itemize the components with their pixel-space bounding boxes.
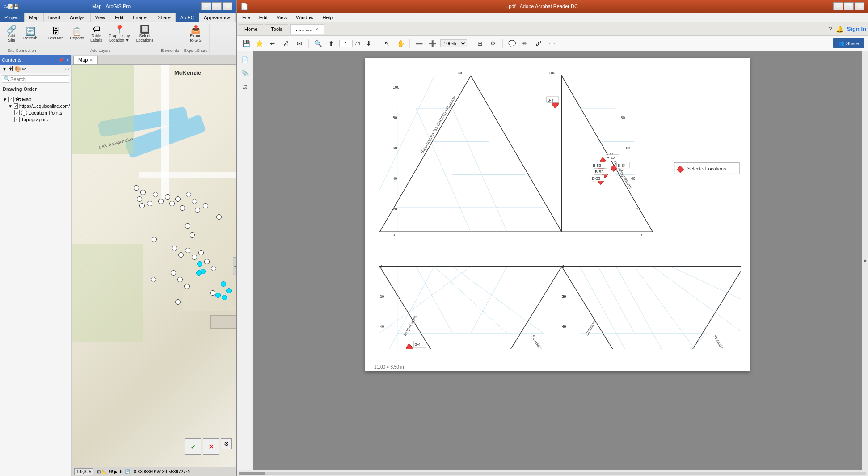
scale-selector[interactable]: 1:9,325: [74, 468, 93, 475]
loc-dot-30[interactable]: [171, 270, 176, 276]
loc-dot-1[interactable]: [134, 185, 139, 191]
contents-pin-icon[interactable]: 📌: [59, 58, 64, 63]
pdf-sign-btn[interactable]: 🖊: [533, 38, 544, 49]
pdf-sidebar-layers-btn[interactable]: 🗂: [239, 81, 251, 92]
pdf-tab-doc-close[interactable]: ✕: [315, 27, 319, 32]
pdf-prev-page-btn[interactable]: ⬆: [326, 38, 337, 49]
pdf-help-icon[interactable]: ?: [829, 26, 832, 33]
pdf-sidebar-page-btn[interactable]: 📄: [239, 54, 251, 65]
settings-btn[interactable]: ⚙: [221, 438, 232, 449]
pdf-more-btn[interactable]: ⋯: [547, 38, 557, 49]
pdf-next-page-btn[interactable]: ⬇: [363, 38, 374, 49]
pdf-back-btn[interactable]: ↩: [267, 38, 278, 49]
ribbon-tab-appearance[interactable]: Appearance: [199, 13, 235, 22]
table-labels-btn[interactable]: 🏷 TableLabels: [88, 24, 105, 43]
equisonline-checkbox[interactable]: [14, 103, 18, 109]
filter-icon[interactable]: ▼: [2, 66, 7, 72]
map-tab[interactable]: Map ✕: [73, 56, 98, 64]
layer-map[interactable]: ▼ 🗺 Map: [2, 96, 69, 103]
pdf-close-btn[interactable]: ✕: [855, 2, 864, 10]
search-input[interactable]: [10, 76, 51, 82]
loc-dot-27[interactable]: [204, 259, 210, 264]
pdf-save-btn[interactable]: 💾: [240, 38, 251, 49]
pdf-zoom-select[interactable]: 100% 75% 125% 150%: [440, 39, 467, 47]
pdf-sidebar-attach-btn[interactable]: 📎: [239, 67, 251, 79]
loc-dot-16[interactable]: [216, 214, 222, 220]
loc-dot-sel-1[interactable]: [197, 261, 202, 267]
loc-dot-sel-7[interactable]: [215, 293, 221, 298]
pdf-bookmark-btn[interactable]: ⭐: [254, 38, 265, 49]
layer-topographic[interactable]: Topographic: [2, 116, 69, 123]
loc-dot-29[interactable]: [151, 277, 156, 282]
pdf-print-btn[interactable]: 🖨: [281, 38, 291, 49]
pdf-zoom-out-btn[interactable]: 🔍: [312, 38, 323, 49]
pdf-rotate-btn[interactable]: ⟳: [488, 38, 499, 49]
ribbon-tab-arceq[interactable]: ArcEQ: [176, 13, 199, 22]
loc-dot-sel-3[interactable]: [196, 270, 202, 276]
pdf-fit-btn[interactable]: ⊞: [475, 38, 485, 49]
pdf-menu-view[interactable]: View: [275, 14, 289, 21]
loc-dot-13[interactable]: [192, 199, 197, 204]
export-to-gis-btn[interactable]: 📤 Exportto GIS: [187, 24, 204, 43]
loc-dot-14[interactable]: [195, 208, 200, 213]
pencil-icon[interactable]: ✏: [22, 66, 26, 72]
loc-dot-8[interactable]: [165, 194, 170, 200]
ribbon-tab-share[interactable]: Share: [153, 13, 176, 22]
pdf-menu-file[interactable]: File: [240, 14, 252, 21]
contents-close-icon[interactable]: ✕: [66, 58, 69, 63]
pdf-draw-btn[interactable]: ✏: [520, 38, 531, 49]
ribbon-tab-insert[interactable]: Insert: [44, 13, 66, 22]
loc-dot-6[interactable]: [153, 192, 158, 197]
pdf-select-btn[interactable]: ↖: [382, 38, 392, 49]
layer-location-points[interactable]: Location Points: [2, 109, 69, 116]
loc-dot-5[interactable]: [147, 201, 152, 206]
arcgis-maximize-btn[interactable]: □: [212, 2, 222, 10]
ribbon-tab-view[interactable]: View: [91, 13, 111, 22]
pdf-email-btn[interactable]: ✉: [294, 38, 305, 49]
pdf-tab-home[interactable]: Home: [239, 24, 263, 34]
pdf-restore-btn[interactable]: ❐: [844, 2, 854, 10]
ribbon-tab-imagery[interactable]: Imager: [128, 13, 153, 22]
loc-dot-2[interactable]: [140, 190, 146, 195]
loc-dot-23[interactable]: [178, 252, 184, 258]
map-checkbox[interactable]: [8, 97, 14, 102]
location-points-checkbox[interactable]: [14, 110, 20, 115]
ribbon-tab-edit[interactable]: Edit: [110, 13, 128, 22]
pdf-right-collapse[interactable]: ▶: [862, 51, 868, 470]
pdf-share-btn[interactable]: 👥 Share: [833, 38, 864, 48]
ribbon-tab-analysis[interactable]: Analysi: [65, 13, 90, 22]
loc-dot-15[interactable]: [203, 203, 208, 208]
pdf-scroll-thumb[interactable]: [239, 472, 265, 475]
loc-dot-24[interactable]: [185, 248, 190, 253]
loc-dot-11[interactable]: [180, 205, 185, 211]
loc-dot-33[interactable]: [210, 290, 215, 296]
layer-equisonline[interactable]: ▼ https://...equisonline.com/: [2, 103, 69, 109]
arcgis-close-btn[interactable]: ✕: [223, 2, 232, 10]
loc-dot-18[interactable]: [190, 232, 195, 238]
geodata-btn[interactable]: 🗄 GeoData: [45, 24, 67, 43]
loc-dot-26[interactable]: [198, 250, 204, 255]
graphics-by-location-btn[interactable]: 📍 Graphics byLocation ▼: [106, 24, 133, 43]
collapse-handle[interactable]: ◀: [233, 257, 236, 275]
loc-dot-32[interactable]: [184, 284, 190, 289]
sign-in-btn[interactable]: Sign In: [847, 26, 866, 32]
pdf-minimize-btn[interactable]: ─: [833, 2, 843, 10]
map-tab-close[interactable]: ✕: [89, 58, 93, 63]
pdf-scrollbar[interactable]: [237, 470, 868, 476]
loc-dot-4[interactable]: [139, 203, 145, 208]
pdf-tab-tools[interactable]: Tools: [265, 24, 288, 34]
loc-dot-sel-5[interactable]: [226, 288, 232, 293]
pdf-hand-btn[interactable]: ✋: [395, 38, 406, 49]
loc-dot-25[interactable]: [192, 255, 197, 260]
pdf-main[interactable]: 0 20 40 60 80 100 0 20 40 60 80: [253, 51, 862, 470]
loc-dot-22[interactable]: [172, 246, 177, 251]
select-locations-btn[interactable]: 🔲 SelectLocations: [134, 24, 156, 43]
loc-dot-17[interactable]: [185, 223, 190, 229]
ribbon-tab-project[interactable]: Project: [0, 13, 25, 22]
arcgis-minimize-btn[interactable]: ─: [201, 2, 211, 10]
pdf-comment-btn[interactable]: 💬: [506, 38, 517, 49]
loc-dot-12[interactable]: [186, 192, 191, 197]
loc-dot-21[interactable]: [152, 237, 157, 242]
loc-dot-sel-6[interactable]: [222, 295, 227, 300]
refresh-btn[interactable]: 🔄 Refresh: [21, 24, 40, 43]
